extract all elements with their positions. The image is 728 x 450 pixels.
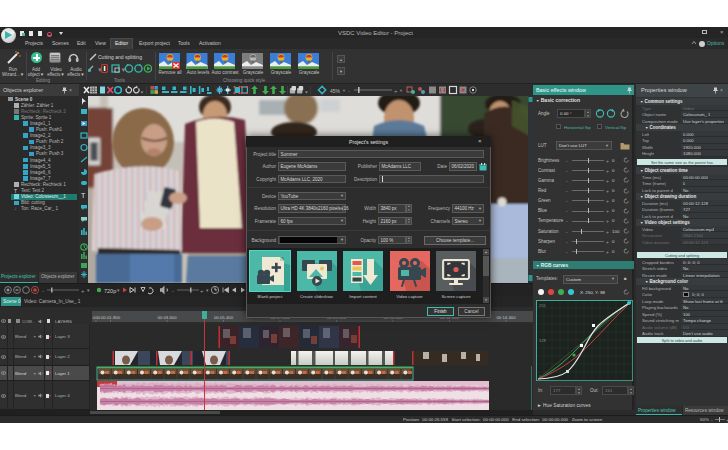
svg-text:-: - [172,288,174,294]
svg-text:▼: ▼ [205,288,209,293]
svg-text:00:03.600: 00:03.600 [157,315,177,320]
svg-text:▼: ▼ [399,88,403,93]
svg-text:▼: ▼ [86,288,90,293]
svg-text:▼: ▼ [342,88,346,93]
svg-text:-: - [42,288,44,294]
svg-text:.000: .000 [92,315,101,320]
svg-text:00:01.800: 00:01.800 [101,315,121,320]
svg-text:+: + [81,288,85,294]
svg-text:+: + [394,88,398,94]
svg-text:T: T [81,192,86,199]
svg-text:00:05.400: 00:05.400 [214,315,234,320]
svg-text:-: - [348,88,350,94]
svg-text:128: 128 [539,338,546,343]
svg-text:255: 255 [539,303,546,308]
svg-text:45%: 45% [330,88,341,94]
svg-text:720p: 720p [104,288,116,294]
svg-text:▼: ▼ [116,288,120,293]
svg-text:00:14.400: 00:14.400 [496,315,516,320]
svg-text:+: + [200,288,204,294]
